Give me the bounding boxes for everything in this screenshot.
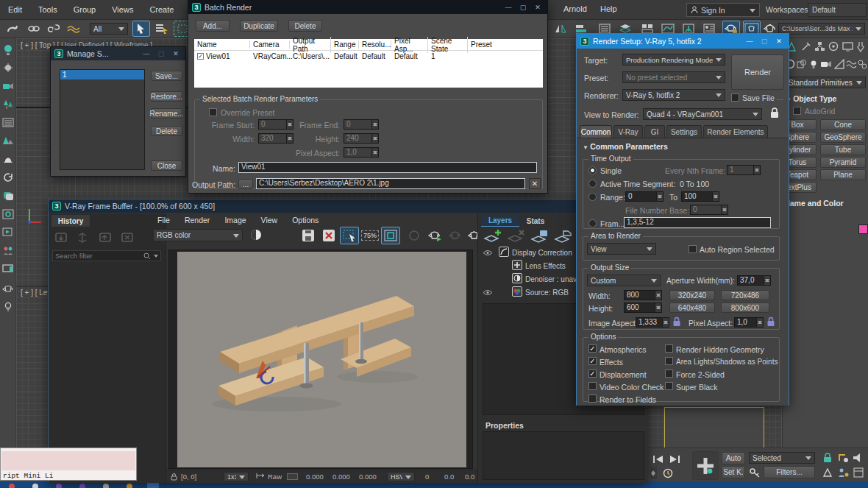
source-visibility-icon[interactable] [483,289,493,296]
vfb-menu-options[interactable]: Options [285,216,326,224]
select-by-name-icon[interactable] [153,21,171,37]
active-viewport-outline[interactable] [664,407,764,449]
delete-view-button[interactable]: Delete [288,20,322,32]
bell-icon[interactable] [3,154,13,164]
vfb-menu-image[interactable]: Image [217,216,253,224]
time-config-icon[interactable] [662,467,675,479]
terrain-icon[interactable] [3,135,13,146]
batch-render-titlebar[interactable]: 3 Batch Render [188,1,547,14]
area-mode-dropdown[interactable]: View [587,243,656,255]
crowd-icon[interactable] [2,246,14,256]
target-dropdown[interactable]: Production Rendering Mode [622,54,725,66]
file-number-base-field[interactable]: 0 [690,205,728,215]
key-filters-button[interactable]: Filters... [764,466,815,478]
renderer-dropdown[interactable]: V-Ray 5, hotfix 2 [622,89,725,101]
taskbar-icon[interactable] [32,484,38,488]
layer-add-icon[interactable] [483,230,502,244]
duplicate-view-button[interactable]: Duplicate [240,20,278,32]
primitives-category-dropdown[interactable]: Standard Primitives [785,77,866,88]
pixel-aspect-field[interactable]: 1,0 [344,147,379,158]
vfb-menu-file[interactable]: File [150,216,177,224]
autogrid-checkbox[interactable] [793,107,801,115]
image-aspect-field[interactable]: 1,333 [636,317,669,328]
scene-states-list[interactable]: 1 [60,69,145,170]
workspace-selector[interactable]: Default [808,3,867,17]
history-delete-icon[interactable] [121,231,137,244]
out-width-spinner[interactable] [655,291,661,300]
every-nth-spinner[interactable] [753,166,760,174]
menu-views[interactable]: Views [104,5,141,14]
maxscript-mini-listener[interactable]: ript Mini Li [0,448,137,481]
save-state-button[interactable]: Save... [151,71,182,81]
history-search-input[interactable]: Search filter [52,250,161,261]
image-aspect-spinner[interactable] [662,318,669,327]
frame-end-spinner[interactable] [371,120,378,129]
fnb-spinner[interactable] [721,205,728,214]
create-cone-button[interactable]: Cone [820,119,866,130]
range-radio[interactable] [588,193,597,201]
object-color-swatch[interactable] [858,224,868,234]
pixel-scale-dropdown[interactable]: 1x1 [224,472,249,481]
col-pixel-aspect[interactable]: Pixel Asp... [391,37,428,53]
unlink-selection-icon[interactable] [45,21,63,37]
auto-region-checkbox[interactable] [689,245,697,253]
selection-filter-dropdown[interactable]: All [90,23,128,35]
create-geosphere-button[interactable]: GeoSphere [820,132,866,143]
hidden-geometry-checkbox[interactable] [665,344,673,353]
set-key-button[interactable]: Set K. [722,466,745,478]
frame-start-spinner[interactable] [286,120,293,129]
set-keys-button[interactable] [692,451,719,480]
category-shapes-icon[interactable] [797,59,807,69]
aperture-spinner[interactable] [764,276,770,285]
omni-light-icon[interactable] [3,44,13,56]
col-preset[interactable]: Preset [468,40,543,49]
range-to-spinner[interactable] [712,192,719,201]
super-black-checkbox[interactable] [665,382,673,390]
time-spinner[interactable] [650,467,658,479]
menu-group[interactable]: Group [65,5,104,14]
history-save-icon[interactable] [54,231,71,244]
align-target-icon[interactable] [2,209,14,219]
col-name[interactable]: Name [194,40,250,49]
atmospherics-checkbox[interactable] [588,344,597,353]
maximize-icon[interactable] [155,49,167,59]
bind-to-space-warp-icon[interactable] [65,21,82,37]
clear-output-icon[interactable] [529,178,541,189]
rename-state-button[interactable]: Rename... [151,108,182,119]
color-mode-dropdown[interactable]: HSV [387,472,415,481]
scene-state-item[interactable]: 1 [60,70,144,79]
save-file-browse[interactable]: ... [777,93,783,102]
category-systems-icon[interactable] [858,59,867,69]
tab-vray[interactable]: V-Ray [613,125,643,138]
undo-icon[interactable] [3,21,21,37]
foliage-icon[interactable] [3,99,13,110]
project-folder-dropdown[interactable]: C:\Users\Ser...3ds Max 2021 [778,23,865,35]
close-icon[interactable] [773,37,785,46]
render-setup-titlebar[interactable]: 3 Render Setup: V-Ray 5, hotfix 2 [577,34,789,49]
tab-common[interactable]: Common [580,125,612,138]
camera-icon[interactable] [2,81,14,91]
tab-display-icon[interactable] [842,41,853,52]
range-to-field[interactable]: 100 [681,191,719,202]
tab-settings[interactable]: Settings [666,125,702,138]
every-nth-field[interactable]: 1 [727,165,761,175]
col-resolution[interactable]: Resolu... [359,40,391,49]
output-path-field[interactable]: C:\Users\Serbez\Desktop\AERO 2\1.jpg [256,178,525,189]
height-field[interactable]: 240 [344,133,379,144]
panel-list-icon[interactable] [2,118,14,127]
save-file-checkbox[interactable] [731,93,739,102]
col-camera[interactable]: Camera [250,40,290,49]
range-from-spinner[interactable] [656,192,663,201]
vfb-channel-dropdown[interactable]: RGB color [153,229,243,241]
image-aspect-lock-icon[interactable] [672,317,681,327]
range-from-field[interactable]: 0 [625,191,664,202]
category-spacewarps-icon[interactable] [846,59,857,69]
vfb-render-dim-icon[interactable] [446,227,465,244]
tree-item-display-correction[interactable]: Display Correction [512,249,572,257]
area-lights-checkbox[interactable] [665,357,673,365]
col-scene-state[interactable]: Scene State [428,37,468,53]
override-preset-checkbox[interactable] [209,108,217,116]
taskbar-icon[interactable] [56,484,62,488]
preset-720x486-button[interactable]: 720x486 [721,290,769,300]
taskbar-icon[interactable] [79,484,85,488]
